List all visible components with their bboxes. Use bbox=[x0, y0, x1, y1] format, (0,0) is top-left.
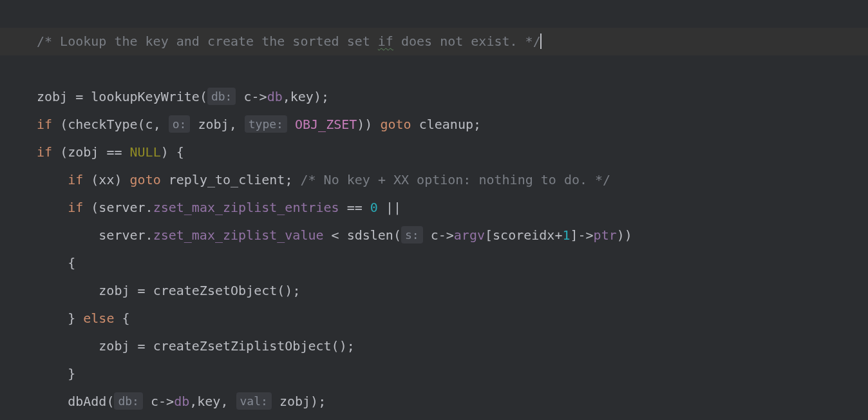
code-line[interactable]: if (server.zset_max_ziplist_entries == 0… bbox=[37, 200, 401, 215]
inlay-hint: db: bbox=[207, 88, 236, 105]
code-line[interactable]: zobj = createZsetZiplistObject(); bbox=[37, 338, 355, 354]
inlay-hint: o: bbox=[169, 115, 191, 133]
code-line[interactable]: { bbox=[37, 255, 75, 271]
comment: /* No key + XX option: nothing to do. */ bbox=[300, 172, 610, 187]
code-line[interactable]: if (checkType(c, o: zobj, type: OBJ_ZSET… bbox=[37, 117, 481, 132]
inlay-hint: db: bbox=[114, 392, 143, 410]
code-line[interactable]: server.zset_max_ziplist_value < sdslen(s… bbox=[37, 227, 632, 243]
inlay-hint: val: bbox=[236, 392, 272, 410]
inlay-hint: type: bbox=[245, 115, 287, 133]
text-cursor bbox=[540, 33, 542, 49]
comment: /* Lookup the key and create the sorted … bbox=[37, 33, 541, 49]
code-line-highlighted[interactable]: /* Lookup the key and create the sorted … bbox=[0, 28, 868, 55]
code-line[interactable]: } else { bbox=[37, 310, 130, 326]
inlay-hint: s: bbox=[401, 226, 423, 243]
code-line[interactable]: zobj = createZsetObject(); bbox=[37, 283, 300, 298]
spellcheck-warning: if bbox=[378, 33, 393, 49]
code-line[interactable]: if (zobj == NULL) { bbox=[37, 144, 184, 160]
code-line[interactable]: dbAdd(db: c->db,key, val: zobj); bbox=[37, 394, 326, 409]
code-line[interactable]: zobj = lookupKeyWrite(db: c->db,key); bbox=[37, 89, 329, 104]
code-line[interactable]: if (xx) goto reply_to_client; /* No key … bbox=[37, 172, 610, 187]
code-line[interactable]: } bbox=[37, 366, 75, 381]
code-editor[interactable]: /* Lookup the key and create the sorted … bbox=[0, 0, 868, 420]
